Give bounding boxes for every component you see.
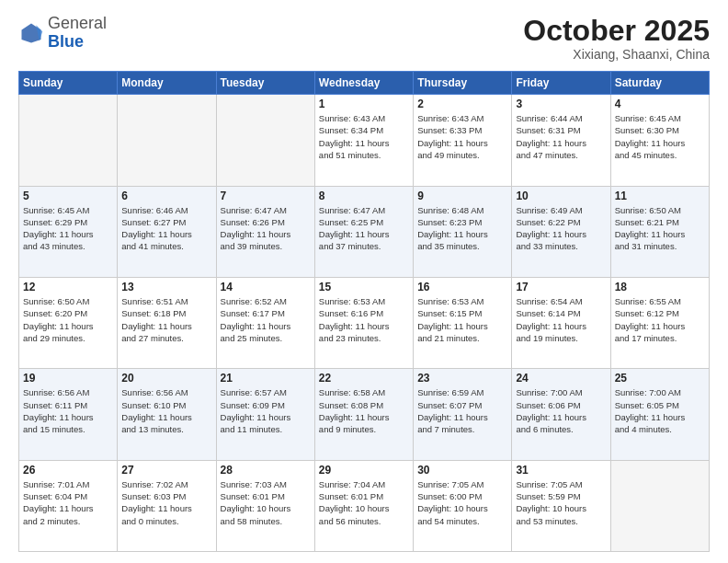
day-number: 13 <box>121 281 211 293</box>
day-number: 29 <box>319 464 409 477</box>
table-row: 9Sunrise: 6:48 AM Sunset: 6:23 PM Daylig… <box>414 186 512 277</box>
col-saturday: Saturday <box>610 72 709 95</box>
table-row <box>610 460 709 551</box>
col-thursday: Thursday <box>414 72 512 95</box>
day-number: 23 <box>417 372 507 385</box>
logo-blue: Blue <box>48 32 84 51</box>
table-row: 20Sunrise: 6:56 AM Sunset: 6:10 PM Dayli… <box>118 369 216 460</box>
col-tuesday: Tuesday <box>216 72 314 95</box>
day-info: Sunrise: 6:45 AM Sunset: 6:29 PM Dayligh… <box>23 204 113 253</box>
day-info: Sunrise: 6:46 AM Sunset: 6:27 PM Dayligh… <box>121 204 211 253</box>
day-info: Sunrise: 6:59 AM Sunset: 6:07 PM Dayligh… <box>417 386 507 435</box>
table-row <box>216 95 314 186</box>
calendar-week-row: 12Sunrise: 6:50 AM Sunset: 6:20 PM Dayli… <box>19 277 710 368</box>
day-info: Sunrise: 6:47 AM Sunset: 6:25 PM Dayligh… <box>319 204 409 253</box>
table-row: 18Sunrise: 6:55 AM Sunset: 6:12 PM Dayli… <box>610 277 709 368</box>
day-info: Sunrise: 6:47 AM Sunset: 6:26 PM Dayligh… <box>221 204 311 253</box>
day-number: 10 <box>516 190 606 202</box>
table-row: 10Sunrise: 6:49 AM Sunset: 6:22 PM Dayli… <box>512 186 610 277</box>
day-number: 30 <box>417 464 507 477</box>
day-number: 28 <box>221 464 311 477</box>
day-number: 3 <box>516 98 606 110</box>
day-info: Sunrise: 6:48 AM Sunset: 6:23 PM Dayligh… <box>417 204 507 253</box>
day-info: Sunrise: 7:00 AM Sunset: 6:06 PM Dayligh… <box>516 386 606 435</box>
table-row: 3Sunrise: 6:44 AM Sunset: 6:31 PM Daylig… <box>512 95 610 186</box>
table-row: 24Sunrise: 7:00 AM Sunset: 6:06 PM Dayli… <box>512 369 610 460</box>
day-info: Sunrise: 6:43 AM Sunset: 6:34 PM Dayligh… <box>319 112 409 161</box>
day-info: Sunrise: 6:57 AM Sunset: 6:09 PM Dayligh… <box>221 386 311 435</box>
day-number: 26 <box>23 464 113 477</box>
calendar-table: Sunday Monday Tuesday Wednesday Thursday… <box>18 71 710 552</box>
day-info: Sunrise: 7:03 AM Sunset: 6:01 PM Dayligh… <box>221 478 311 527</box>
calendar-week-row: 5Sunrise: 6:45 AM Sunset: 6:29 PM Daylig… <box>19 186 710 277</box>
day-number: 31 <box>516 464 606 477</box>
day-number: 7 <box>221 190 311 202</box>
day-info: Sunrise: 7:04 AM Sunset: 6:01 PM Dayligh… <box>319 478 409 527</box>
col-monday: Monday <box>118 72 216 95</box>
day-info: Sunrise: 6:55 AM Sunset: 6:12 PM Dayligh… <box>615 295 705 344</box>
table-row: 4Sunrise: 6:45 AM Sunset: 6:30 PM Daylig… <box>610 95 709 186</box>
calendar-header-row: Sunday Monday Tuesday Wednesday Thursday… <box>19 72 710 95</box>
day-info: Sunrise: 6:43 AM Sunset: 6:33 PM Dayligh… <box>417 112 507 161</box>
day-info: Sunrise: 6:50 AM Sunset: 6:21 PM Dayligh… <box>615 204 705 253</box>
day-info: Sunrise: 6:53 AM Sunset: 6:16 PM Dayligh… <box>319 295 409 344</box>
day-number: 19 <box>23 372 113 385</box>
day-info: Sunrise: 7:05 AM Sunset: 6:00 PM Dayligh… <box>417 478 507 527</box>
calendar-week-row: 26Sunrise: 7:01 AM Sunset: 6:04 PM Dayli… <box>19 460 710 551</box>
day-number: 25 <box>615 372 705 385</box>
day-info: Sunrise: 6:54 AM Sunset: 6:14 PM Dayligh… <box>516 295 606 344</box>
day-info: Sunrise: 7:02 AM Sunset: 6:03 PM Dayligh… <box>121 478 211 527</box>
logo-icon <box>18 20 44 46</box>
day-info: Sunrise: 7:00 AM Sunset: 6:05 PM Dayligh… <box>615 386 705 435</box>
logo-general: General <box>48 14 107 32</box>
day-info: Sunrise: 7:05 AM Sunset: 5:59 PM Dayligh… <box>516 478 606 527</box>
table-row: 31Sunrise: 7:05 AM Sunset: 5:59 PM Dayli… <box>512 460 610 551</box>
table-row: 25Sunrise: 7:00 AM Sunset: 6:05 PM Dayli… <box>610 369 709 460</box>
table-row: 13Sunrise: 6:51 AM Sunset: 6:18 PM Dayli… <box>118 277 216 368</box>
table-row: 26Sunrise: 7:01 AM Sunset: 6:04 PM Dayli… <box>19 460 118 551</box>
location-subtitle: Xixiang, Shaanxi, China <box>523 47 710 62</box>
day-number: 21 <box>221 372 311 385</box>
day-info: Sunrise: 6:52 AM Sunset: 6:17 PM Dayligh… <box>221 295 311 344</box>
day-info: Sunrise: 6:44 AM Sunset: 6:31 PM Dayligh… <box>516 112 606 161</box>
table-row: 28Sunrise: 7:03 AM Sunset: 6:01 PM Dayli… <box>216 460 314 551</box>
calendar-week-row: 1Sunrise: 6:43 AM Sunset: 6:34 PM Daylig… <box>19 95 710 186</box>
day-info: Sunrise: 7:01 AM Sunset: 6:04 PM Dayligh… <box>23 478 113 527</box>
table-row: 16Sunrise: 6:53 AM Sunset: 6:15 PM Dayli… <box>414 277 512 368</box>
day-info: Sunrise: 6:58 AM Sunset: 6:08 PM Dayligh… <box>319 386 409 435</box>
table-row <box>118 95 216 186</box>
table-row: 29Sunrise: 7:04 AM Sunset: 6:01 PM Dayli… <box>314 460 413 551</box>
day-number: 4 <box>615 98 705 110</box>
day-info: Sunrise: 6:53 AM Sunset: 6:15 PM Dayligh… <box>417 295 507 344</box>
table-row: 19Sunrise: 6:56 AM Sunset: 6:11 PM Dayli… <box>19 369 118 460</box>
day-number: 17 <box>516 281 606 293</box>
table-row <box>19 95 118 186</box>
table-row: 7Sunrise: 6:47 AM Sunset: 6:26 PM Daylig… <box>216 186 314 277</box>
day-number: 18 <box>615 281 705 293</box>
col-sunday: Sunday <box>19 72 118 95</box>
logo-text: General Blue <box>48 15 107 52</box>
table-row: 6Sunrise: 6:46 AM Sunset: 6:27 PM Daylig… <box>118 186 216 277</box>
page: General Blue October 2025 Xixiang, Shaan… <box>0 0 728 563</box>
day-number: 9 <box>417 190 507 202</box>
day-number: 11 <box>615 190 705 202</box>
day-number: 5 <box>23 190 113 202</box>
day-number: 8 <box>319 190 409 202</box>
table-row: 14Sunrise: 6:52 AM Sunset: 6:17 PM Dayli… <box>216 277 314 368</box>
day-info: Sunrise: 6:51 AM Sunset: 6:18 PM Dayligh… <box>121 295 211 344</box>
day-number: 12 <box>23 281 113 293</box>
logo: General Blue <box>18 15 107 52</box>
table-row: 23Sunrise: 6:59 AM Sunset: 6:07 PM Dayli… <box>414 369 512 460</box>
table-row: 17Sunrise: 6:54 AM Sunset: 6:14 PM Dayli… <box>512 277 610 368</box>
col-wednesday: Wednesday <box>314 72 413 95</box>
table-row: 1Sunrise: 6:43 AM Sunset: 6:34 PM Daylig… <box>314 95 413 186</box>
calendar-week-row: 19Sunrise: 6:56 AM Sunset: 6:11 PM Dayli… <box>19 369 710 460</box>
table-row: 5Sunrise: 6:45 AM Sunset: 6:29 PM Daylig… <box>19 186 118 277</box>
day-number: 1 <box>319 98 409 110</box>
day-number: 14 <box>221 281 311 293</box>
col-friday: Friday <box>512 72 610 95</box>
day-info: Sunrise: 6:56 AM Sunset: 6:11 PM Dayligh… <box>23 386 113 435</box>
day-number: 27 <box>121 464 211 477</box>
day-info: Sunrise: 6:56 AM Sunset: 6:10 PM Dayligh… <box>121 386 211 435</box>
table-row: 27Sunrise: 7:02 AM Sunset: 6:03 PM Dayli… <box>118 460 216 551</box>
